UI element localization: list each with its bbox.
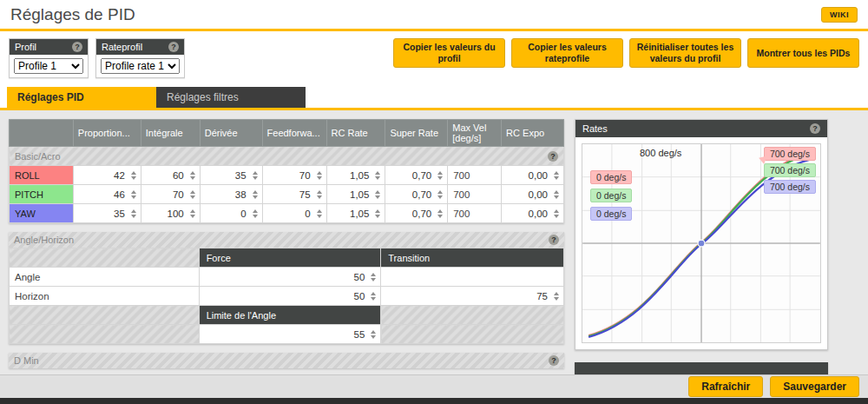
stepper-icon[interactable]: [188, 189, 197, 200]
stepper-icon[interactable]: [188, 209, 197, 219]
stepper-icon[interactable]: [373, 209, 382, 219]
empty-cell: [10, 325, 200, 344]
roll-i-input[interactable]: 60: [141, 166, 200, 185]
help-icon[interactable]: ?: [810, 123, 820, 134]
angle-force-input[interactable]: 50: [199, 268, 381, 287]
pitch-d-input[interactable]: 38: [200, 185, 262, 204]
tab-bar: Réglages PID Réglages filtres: [0, 87, 868, 108]
stepper-icon[interactable]: [369, 291, 378, 301]
stepper-icon[interactable]: [552, 209, 561, 219]
yaw-max-rate-badge: 700 deg/s: [764, 180, 816, 194]
save-button[interactable]: Sauvegarder: [770, 376, 859, 397]
col-rc-expo: RC Expo: [502, 120, 564, 147]
yaw-row: YAW 35 100 0 0 1,05 0,70 700 0,00: [10, 204, 564, 223]
transition-column-header: Transition: [381, 248, 564, 268]
yaw-ff-input[interactable]: 0: [262, 204, 326, 223]
angle-limit-input[interactable]: 55: [199, 325, 381, 344]
pitch-ff-input[interactable]: 75: [262, 185, 326, 204]
yaw-i-input[interactable]: 100: [141, 204, 200, 223]
tab-pid-settings[interactable]: Réglages PID: [7, 87, 156, 108]
yaw-rc-expo-input[interactable]: 0,00: [502, 204, 564, 223]
wiki-button[interactable]: WIKI: [821, 7, 858, 23]
horizon-label: Horizon: [10, 287, 200, 306]
roll-p-input[interactable]: 42: [73, 166, 141, 185]
col-rc-rate: RC Rate: [326, 120, 385, 147]
pitch-zero-rate-badge: 0 deg/s: [590, 189, 632, 202]
yaw-max-vel-value: 700: [448, 204, 502, 223]
copy-profile-button[interactable]: Copier les valeurs du profil: [393, 38, 505, 68]
stepper-icon[interactable]: [251, 189, 260, 200]
tab-filter-settings[interactable]: Réglages filtres: [156, 87, 306, 108]
yaw-super-rate-input[interactable]: 0,70: [385, 204, 448, 223]
reset-profile-button[interactable]: Réinitialiser toutes les valeurs du prof…: [629, 38, 741, 68]
pitch-rc-expo-input[interactable]: 0,00: [502, 185, 564, 204]
roll-axis-label: ROLL: [10, 166, 74, 185]
yaw-p-input[interactable]: 35: [73, 204, 141, 223]
stepper-icon[interactable]: [129, 209, 138, 219]
help-icon[interactable]: ?: [168, 42, 179, 52]
col-integral: Intégrale: [141, 120, 200, 147]
rateprofile-selector-header: Rateprofil ?: [96, 39, 184, 55]
rates-title: Rates: [582, 123, 608, 134]
stepper-icon[interactable]: [373, 189, 382, 200]
stepper-icon[interactable]: [129, 189, 138, 200]
col-super-rate: Super Rate: [385, 120, 448, 147]
pitch-max-rate-badge: 700 deg/s: [764, 163, 816, 177]
col-proportional: Proportion...: [73, 120, 141, 147]
stepper-icon[interactable]: [315, 189, 324, 200]
stepper-icon[interactable]: [436, 170, 444, 181]
pitch-i-input[interactable]: 70: [141, 185, 200, 204]
pitch-p-input[interactable]: 46: [73, 185, 141, 204]
stepper-icon[interactable]: [436, 189, 444, 200]
stepper-icon[interactable]: [129, 170, 138, 181]
pid-table: Proportion... Intégrale Dérivée Feedforw…: [9, 119, 564, 223]
col-max-vel: Max Vel [deg/s]: [448, 120, 502, 147]
angle-horizon-table: Force Transition Angle 50 Horizon 50 75: [9, 248, 564, 344]
stepper-icon[interactable]: [552, 189, 561, 200]
stepper-icon[interactable]: [373, 170, 382, 181]
page-header: Réglages de PID WIKI: [0, 0, 868, 31]
rateprofile-label: Rateprofil: [102, 42, 142, 52]
help-icon[interactable]: ?: [548, 151, 558, 162]
refresh-button[interactable]: Rafraîchir: [688, 376, 763, 397]
axis-column-header: [10, 120, 74, 147]
stepper-icon[interactable]: [552, 170, 561, 181]
rateprofile-select[interactable]: Profile rate 1: [101, 58, 180, 74]
stepper-icon[interactable]: [552, 291, 561, 301]
help-icon[interactable]: ?: [72, 42, 82, 52]
roll-ff-input[interactable]: 70: [262, 166, 326, 185]
pid-tables-column: Proportion... Intégrale Dérivée Feedforw…: [9, 119, 564, 368]
profile-select[interactable]: Profile 1: [14, 58, 83, 74]
roll-super-rate-input[interactable]: 0,70: [385, 166, 448, 185]
pitch-rc-rate-input[interactable]: 1,05: [326, 185, 385, 204]
stepper-icon[interactable]: [369, 272, 378, 282]
stepper-icon[interactable]: [188, 170, 197, 181]
stepper-icon[interactable]: [315, 209, 324, 219]
force-column-header: Force: [199, 248, 381, 268]
d-min-label: D Min: [14, 355, 39, 366]
stepper-icon[interactable]: [251, 170, 260, 181]
angle-limit-header-row: Limite de l'Angle: [10, 306, 564, 325]
stepper-icon[interactable]: [315, 170, 324, 181]
horizon-force-input[interactable]: 50: [199, 287, 381, 306]
roll-rc-rate-input[interactable]: 1,05: [326, 166, 385, 185]
page-title: Réglages de PID: [10, 5, 135, 24]
help-icon[interactable]: ?: [549, 235, 559, 245]
footer-toolbar: Rafraîchir Sauvegarder: [0, 374, 868, 398]
copy-rateprofile-button[interactable]: Copier les valeurs rateprofile: [511, 38, 623, 68]
stepper-icon[interactable]: [369, 329, 378, 340]
stepper-icon[interactable]: [251, 209, 260, 219]
show-all-pids-button[interactable]: Montrer tous les PIDs: [747, 38, 859, 68]
max-rate-label: 800 deg/s: [640, 148, 681, 158]
yaw-rc-rate-input[interactable]: 1,05: [326, 204, 385, 223]
profile-action-buttons: Copier les valeurs du profil Copier les …: [393, 38, 859, 68]
roll-d-input[interactable]: 35: [200, 166, 262, 185]
pitch-row: PITCH 46 70 38 75 1,05 0,70 700 0,00: [10, 185, 564, 204]
empty-cell: [381, 306, 564, 325]
help-icon[interactable]: ?: [549, 355, 559, 366]
horizon-transition-input[interactable]: 75: [381, 287, 564, 306]
pitch-super-rate-input[interactable]: 0,70: [385, 185, 448, 204]
roll-rc-expo-input[interactable]: 0,00: [502, 166, 564, 185]
yaw-d-input[interactable]: 0: [200, 204, 262, 223]
stepper-icon[interactable]: [436, 209, 444, 219]
